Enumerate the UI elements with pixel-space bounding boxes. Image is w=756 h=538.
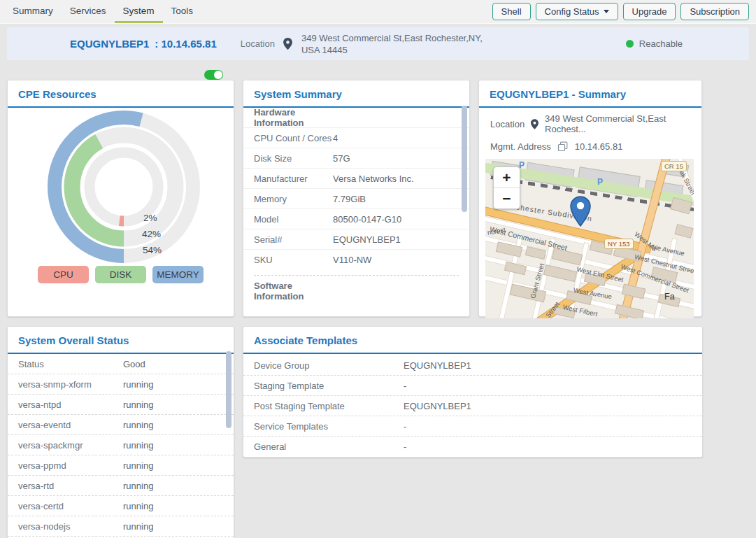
status-text: Reachable xyxy=(639,38,683,49)
device-info-bar: EQUGNYLBEP1 : 10.14.65.81 Location 349 W… xyxy=(7,27,749,60)
row-value: running xyxy=(123,521,153,532)
map-zoom-out-button[interactable]: − xyxy=(494,188,520,208)
system-summary-scrollbar[interactable] xyxy=(462,106,467,212)
row-label: Service Templates xyxy=(254,421,404,432)
status-row: versa-nodejsrunning xyxy=(8,516,234,537)
section-header-row: Software Information xyxy=(243,281,469,301)
row-value: running xyxy=(123,460,153,471)
row-value: running xyxy=(123,420,153,430)
cpu-percent-label: 2% xyxy=(143,213,157,223)
reachability-status: Reachable xyxy=(626,38,683,49)
status-row: versa-ntpdrunning xyxy=(8,395,234,415)
row-value: 80500-0147-G10 xyxy=(333,214,401,225)
overall-status-scrollbar[interactable] xyxy=(226,351,231,428)
tab-services[interactable]: Services xyxy=(62,0,115,23)
legend-cpu-button[interactable]: CPU xyxy=(38,266,89,283)
map-zoom-in-button[interactable]: + xyxy=(494,167,520,188)
row-value: EQUGNYLBEP1 xyxy=(333,234,401,245)
device-address-line1: 349 West Commercial St,East Rochester,NY… xyxy=(301,32,483,44)
row-value: running xyxy=(123,501,153,511)
copy-icon[interactable] xyxy=(557,141,569,152)
device-name: EQUGNYLBEP1 xyxy=(70,38,149,50)
disk-percent-label: 42% xyxy=(142,229,161,239)
status-dot xyxy=(626,40,634,48)
row-value: 57G xyxy=(333,153,350,164)
summary-row: Disk Size57G xyxy=(243,148,469,169)
subscription-button[interactable]: Subscription xyxy=(680,3,749,20)
associate-templates-card: Associate Templates Device GroupEQUGNYLB… xyxy=(243,326,703,458)
row-label: versa-ntpd xyxy=(18,399,123,410)
map-label-fragment: Fa xyxy=(664,292,675,302)
cards-row-2: System Overall Status StatusGood versa-s… xyxy=(7,326,749,538)
summary-mgmt-value: 10.14.65.81 xyxy=(575,141,623,152)
device-address: 349 West Commercial St,East Rochester,NY… xyxy=(301,32,483,56)
row-label: Model xyxy=(254,214,333,225)
memory-percent-label: 54% xyxy=(143,245,162,255)
chevron-down-icon xyxy=(604,10,609,13)
row-value: Versa Networks Inc. xyxy=(333,174,414,184)
summary-mgmt-label: Mgmt. Address xyxy=(490,141,551,152)
cpe-legend: CPU DISK MEMORY xyxy=(8,266,234,283)
map-building xyxy=(543,264,577,282)
device-address-line2: USA 14445 xyxy=(301,44,483,56)
tab-system[interactable]: System xyxy=(115,0,163,23)
shell-button[interactable]: Shell xyxy=(492,3,531,20)
row-label: Serial# xyxy=(254,234,333,245)
cpe-resources-card: CPE Resources 2% 42% 54% CPU DISK MEMORY xyxy=(7,80,234,317)
row-value: V110-NW xyxy=(333,255,371,265)
system-summary-title: System Summary xyxy=(243,80,469,108)
row-label: Device Group xyxy=(254,360,404,371)
summary-row: ManufacturerVersa Networks Inc. xyxy=(243,169,469,189)
subscription-button-label: Subscription xyxy=(690,6,740,17)
summary-row: Memory7.79GiB xyxy=(243,189,469,209)
status-row: versa-ppmdrunning xyxy=(8,455,234,476)
legend-disk-button[interactable]: DISK xyxy=(95,266,146,283)
row-label: versa-rtd xyxy=(18,481,123,491)
map-route-badge-cr15: CR 15 xyxy=(661,161,687,171)
row-label: Post Staging Template xyxy=(254,401,404,411)
row-label: Manufacturer xyxy=(254,174,333,184)
status-row: versa-spackmgrrunning xyxy=(8,435,234,455)
legend-memory-button[interactable]: MEMORY xyxy=(152,266,204,283)
map-parking-icon: P xyxy=(597,177,603,187)
tab-summary[interactable]: Summary xyxy=(4,0,62,23)
row-value: - xyxy=(404,441,406,452)
location-pin-icon xyxy=(531,119,539,129)
row-value: running xyxy=(123,379,153,390)
system-summary-card: System Summary Hardware Information CPU … xyxy=(243,80,470,317)
row-value: EQUGNYLBEP1 xyxy=(404,401,471,411)
tab-tools[interactable]: Tools xyxy=(163,0,202,23)
template-row: General- xyxy=(243,437,702,456)
summary-row: CPU Count / Cores4 xyxy=(243,128,469,148)
row-value: - xyxy=(404,421,406,432)
map-building xyxy=(552,248,583,265)
status-row: versa-snmp-xformrunning xyxy=(8,374,234,395)
map-building xyxy=(525,246,546,260)
cpe-resources-title: CPE Resources xyxy=(8,80,234,108)
location-pin-icon xyxy=(283,38,292,50)
associate-templates-title: Associate Templates xyxy=(243,327,702,354)
template-row: Post Staging TemplateEQUGNYLBEP1 xyxy=(243,396,702,416)
page: Summary Services System Tools Shell Conf… xyxy=(0,0,756,538)
nav-actions: Shell Config Status Upgrade Subscription xyxy=(492,0,752,23)
row-label: versa-snmp-xform xyxy=(18,379,123,390)
row-value: Good xyxy=(123,359,145,369)
cards-row-1: CPE Resources 2% 42% 54% CPU DISK MEMORY xyxy=(7,80,749,317)
row-label: General xyxy=(254,441,404,452)
summary-location-value: 349 West Commercial St,East Rochest... xyxy=(545,113,695,134)
row-label: Staging Template xyxy=(254,381,404,391)
map-building xyxy=(674,224,693,239)
summary-location-row: Location 349 West Commercial St,East Roc… xyxy=(479,108,701,136)
device-summary-title: EQUGNYLBEP1 - Summary xyxy=(479,80,701,108)
upgrade-button[interactable]: Upgrade xyxy=(623,3,676,20)
row-label: versa-nodejs xyxy=(18,521,123,532)
device-ip: : 10.14.65.81 xyxy=(155,38,216,50)
cpe-donut-chart xyxy=(43,106,204,267)
config-status-button[interactable]: Config Status xyxy=(536,3,618,20)
system-overall-status-card: System Overall Status StatusGood versa-s… xyxy=(7,326,234,538)
map[interactable]: Rochester Subdivision West Commercial St… xyxy=(485,159,694,318)
cpe-resources-toggle[interactable] xyxy=(204,70,223,80)
summary-location-label: Location xyxy=(490,119,525,129)
row-value: running xyxy=(123,399,153,410)
toggle-knob xyxy=(214,71,222,79)
